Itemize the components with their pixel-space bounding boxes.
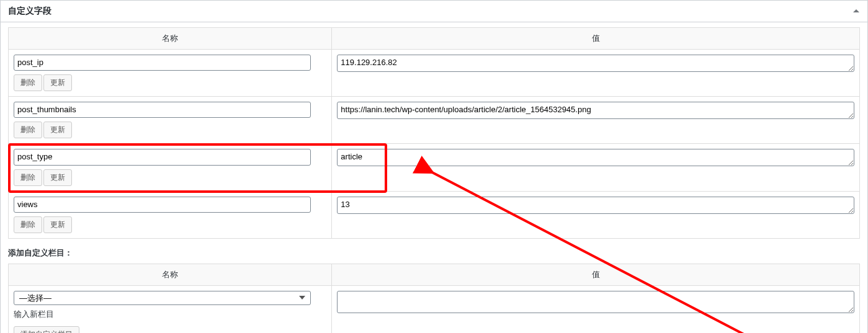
add-column-header-name: 名称 [9,264,332,285]
field-value-textarea[interactable] [337,102,854,119]
add-field-button[interactable]: 添加自定义栏目 [14,326,79,333]
delete-button[interactable]: 删除 [14,216,42,233]
add-row: —选择— 输入新栏目 添加自定义栏目 [9,285,860,333]
field-key-input[interactable] [14,197,311,213]
update-button[interactable]: 更新 [43,169,72,186]
enter-new-field-link[interactable]: 输入新栏目 [14,309,54,319]
panel-header: 自定义字段 [1,1,867,22]
delete-button[interactable]: 删除 [14,122,42,138]
field-key-input[interactable] [14,149,311,165]
field-name-select[interactable]: —选择— [14,291,311,305]
new-field-value-textarea[interactable] [337,291,854,313]
table-row: 删除更新 [9,191,860,238]
update-button[interactable]: 更新 [43,122,72,138]
custom-fields-table: 名称 值 删除更新删除更新删除更新删除更新 [8,27,860,239]
field-key-input[interactable] [14,102,311,118]
add-section-label: 添加自定义栏目： [8,247,860,259]
field-value-textarea[interactable] [337,197,854,214]
collapse-icon[interactable] [850,5,862,17]
panel-toggle-actions[interactable] [850,5,867,17]
table-row: 删除更新 [9,50,860,97]
update-button[interactable]: 更新 [43,74,72,91]
field-value-textarea[interactable] [337,55,854,72]
panel-body: 名称 值 删除更新删除更新删除更新删除更新 添加自定义栏目： 名称 值 —选择— [1,27,867,333]
add-column-header-value: 值 [332,264,860,285]
delete-button[interactable]: 删除 [14,169,42,186]
table-row: 删除更新 [9,144,860,191]
field-key-input[interactable] [14,55,311,71]
add-custom-field-table: 名称 值 —选择— 输入新栏目 添加自定义栏目 [8,264,860,333]
delete-button[interactable]: 删除 [14,74,42,91]
table-row: 删除更新 [9,97,860,144]
custom-fields-panel: 自定义字段 名称 值 删除更新删除更新删除更新删除更新 添加自定义栏目： 名称 … [0,0,868,333]
column-header-name: 名称 [9,28,332,50]
panel-title: 自定义字段 [1,1,59,22]
column-header-value: 值 [332,28,860,50]
field-value-textarea[interactable] [337,149,854,166]
update-button[interactable]: 更新 [43,216,72,233]
